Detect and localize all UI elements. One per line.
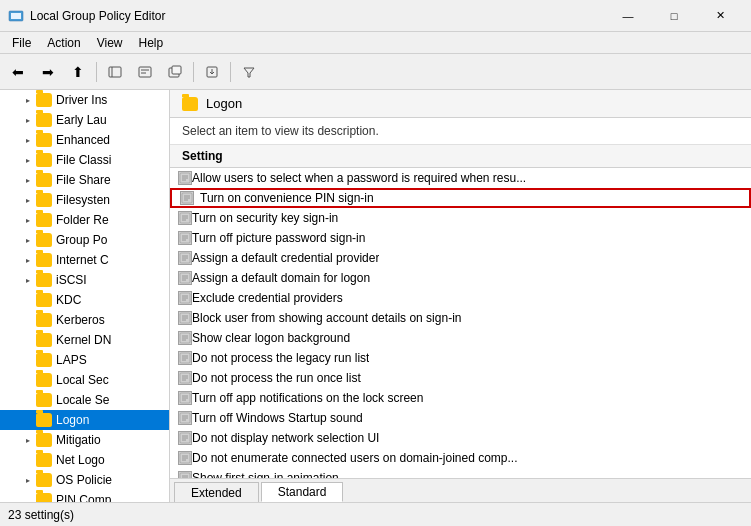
sidebar-item-iscsi[interactable]: iSCSI bbox=[0, 270, 169, 290]
sidebar-item-label: Early Lau bbox=[56, 113, 107, 127]
minimize-button[interactable]: — bbox=[605, 0, 651, 32]
sidebar-item-file-classi[interactable]: File Classi bbox=[0, 150, 169, 170]
sidebar-tree: Driver Ins Early Lau Enhanced File Class… bbox=[0, 90, 170, 502]
sidebar-item-os-policie[interactable]: OS Policie bbox=[0, 470, 169, 490]
status-text: 23 setting(s) bbox=[8, 508, 74, 522]
sidebar-item-filesystem[interactable]: Filesysten bbox=[0, 190, 169, 210]
setting-name: Assign a default credential provider bbox=[192, 251, 379, 265]
table-row[interactable]: Do not display network selection UI bbox=[170, 428, 751, 448]
table-row[interactable]: Turn on convenience PIN sign-in bbox=[170, 188, 751, 208]
tree-arrow bbox=[20, 252, 36, 268]
toolbar-forward[interactable]: ➡ bbox=[34, 58, 62, 86]
table-row[interactable]: Turn on security key sign-in bbox=[170, 208, 751, 228]
table-row[interactable]: Allow users to select when a password is… bbox=[170, 168, 751, 188]
tree-arrow bbox=[20, 212, 36, 228]
table-row[interactable]: Turn off Windows Startup sound bbox=[170, 408, 751, 428]
menu-view[interactable]: View bbox=[89, 34, 131, 52]
toolbar-back[interactable]: ⬅ bbox=[4, 58, 32, 86]
tree-arrow bbox=[20, 412, 36, 428]
tree-arrow bbox=[20, 112, 36, 128]
tree-arrow bbox=[20, 292, 36, 308]
sidebar-item-kdc[interactable]: KDC bbox=[0, 290, 169, 310]
sidebar-item-file-share[interactable]: File Share bbox=[0, 170, 169, 190]
setting-name: Turn on security key sign-in bbox=[192, 211, 338, 225]
toolbar-properties[interactable] bbox=[131, 58, 159, 86]
sidebar-item-kernel-dn[interactable]: Kernel DN bbox=[0, 330, 169, 350]
table-row[interactable]: Show first sign-in animation bbox=[170, 468, 751, 478]
content-folder-icon bbox=[182, 97, 198, 111]
table-row[interactable]: Turn off app notifications on the lock s… bbox=[170, 388, 751, 408]
folder-icon bbox=[36, 493, 52, 502]
tree-arrow bbox=[20, 332, 36, 348]
title-bar-controls: — □ ✕ bbox=[605, 0, 743, 32]
title-bar: Local Group Policy Editor — □ ✕ bbox=[0, 0, 751, 32]
table-row[interactable]: Assign a default credential provider bbox=[170, 248, 751, 268]
folder-icon bbox=[36, 413, 52, 427]
tab-extended[interactable]: Extended bbox=[174, 482, 259, 502]
sidebar-item-label: Locale Se bbox=[56, 393, 109, 407]
main-layout: Driver Ins Early Lau Enhanced File Class… bbox=[0, 90, 751, 502]
sidebar-item-driver-ins[interactable]: Driver Ins bbox=[0, 90, 169, 110]
sidebar-item-enhanced[interactable]: Enhanced bbox=[0, 130, 169, 150]
sidebar-item-label: PIN Comp bbox=[56, 493, 111, 502]
sidebar-item-kerberos[interactable]: Kerberos bbox=[0, 310, 169, 330]
sidebar-item-logon[interactable]: Logon bbox=[0, 410, 169, 430]
status-bar: 23 setting(s) bbox=[0, 502, 751, 526]
toolbar-filter[interactable] bbox=[235, 58, 263, 86]
content-area: Logon Select an item to view its descrip… bbox=[170, 90, 751, 502]
toolbar-export[interactable] bbox=[198, 58, 226, 86]
sidebar-item-mitigatio[interactable]: Mitigatio bbox=[0, 430, 169, 450]
table-row[interactable]: Do not enumerate connected users on doma… bbox=[170, 448, 751, 468]
folder-icon bbox=[36, 433, 52, 447]
toolbar-up[interactable]: ⬆ bbox=[64, 58, 92, 86]
sidebar-item-group-po[interactable]: Group Po bbox=[0, 230, 169, 250]
setting-name: Assign a default domain for logon bbox=[192, 271, 370, 285]
sidebar-item-label: iSCSI bbox=[56, 273, 87, 287]
sidebar-item-label: Internet C bbox=[56, 253, 109, 267]
sidebar-item-locale-se[interactable]: Locale Se bbox=[0, 390, 169, 410]
sidebar-item-net-logo[interactable]: Net Logo bbox=[0, 450, 169, 470]
tab-standard[interactable]: Standard bbox=[261, 482, 344, 502]
menu-file[interactable]: File bbox=[4, 34, 39, 52]
toolbar-show-hide[interactable] bbox=[101, 58, 129, 86]
toolbar-sep-1 bbox=[96, 62, 97, 82]
table-row[interactable]: Exclude credential providers bbox=[170, 288, 751, 308]
toolbar-new-window[interactable] bbox=[161, 58, 189, 86]
policy-icon bbox=[178, 371, 192, 385]
tree-arrow bbox=[20, 92, 36, 108]
sidebar-item-pin-comp[interactable]: PIN Comp bbox=[0, 490, 169, 502]
table-row[interactable]: Do not process the run once list bbox=[170, 368, 751, 388]
policy-icon bbox=[178, 311, 192, 325]
table-row[interactable]: Assign a default domain for logon bbox=[170, 268, 751, 288]
app-icon bbox=[8, 8, 24, 24]
close-button[interactable]: ✕ bbox=[697, 0, 743, 32]
description-text: Select an item to view its description. bbox=[182, 124, 379, 138]
table-row[interactable]: Show clear logon background bbox=[170, 328, 751, 348]
tree-arrow bbox=[20, 272, 36, 288]
tree-arrow bbox=[20, 352, 36, 368]
sidebar-item-local-sec[interactable]: Local Sec bbox=[0, 370, 169, 390]
tree-arrow bbox=[20, 132, 36, 148]
sidebar-item-label: LAPS bbox=[56, 353, 87, 367]
sidebar-item-label: Logon bbox=[56, 413, 89, 427]
menu-help[interactable]: Help bbox=[131, 34, 172, 52]
folder-icon bbox=[36, 93, 52, 107]
folder-icon bbox=[36, 473, 52, 487]
table-row[interactable]: Do not process the legacy run list bbox=[170, 348, 751, 368]
setting-name: Turn off picture password sign-in bbox=[192, 231, 365, 245]
sidebar-item-label: Kerberos bbox=[56, 313, 105, 327]
toolbar-sep-2 bbox=[193, 62, 194, 82]
folder-icon bbox=[36, 193, 52, 207]
menu-action[interactable]: Action bbox=[39, 34, 88, 52]
sidebar-item-internet-c[interactable]: Internet C bbox=[0, 250, 169, 270]
sidebar-item-label: File Classi bbox=[56, 153, 111, 167]
table-row[interactable]: Block user from showing account details … bbox=[170, 308, 751, 328]
sidebar-item-label: Driver Ins bbox=[56, 93, 107, 107]
table-row[interactable]: Turn off picture password sign-in bbox=[170, 228, 751, 248]
sidebar-item-folder-re[interactable]: Folder Re bbox=[0, 210, 169, 230]
tree-arrow bbox=[20, 152, 36, 168]
sidebar-item-early-lau[interactable]: Early Lau bbox=[0, 110, 169, 130]
maximize-button[interactable]: □ bbox=[651, 0, 697, 32]
sidebar-item-laps[interactable]: LAPS bbox=[0, 350, 169, 370]
policy-icon bbox=[178, 411, 192, 425]
